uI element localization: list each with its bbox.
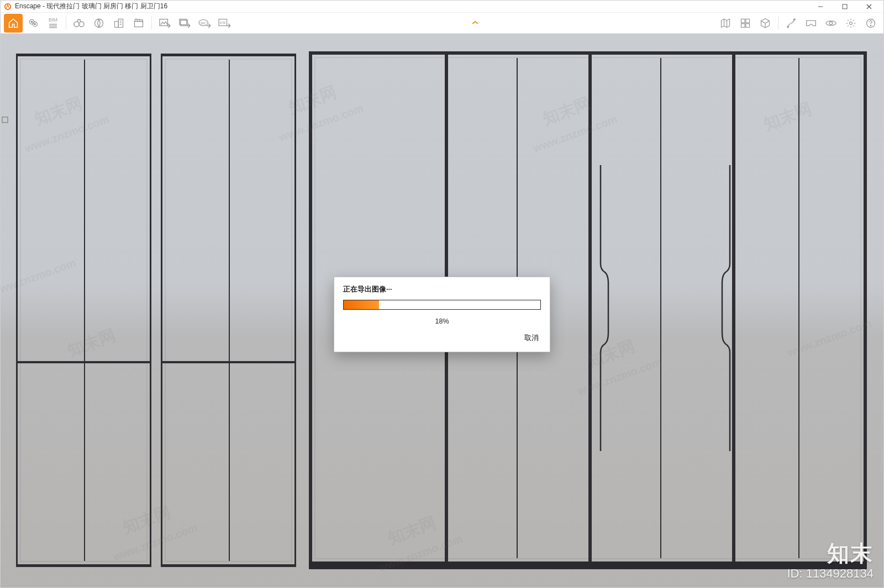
progress-bar-fill (344, 300, 379, 309)
toolbar-separator (778, 17, 778, 30)
vr-headset-button[interactable] (802, 14, 820, 33)
progress-percent-label: 18% (334, 314, 550, 333)
svg-point-41 (870, 25, 871, 25)
svg-rect-20 (135, 21, 143, 27)
compass-button[interactable] (90, 14, 108, 33)
svg-point-39 (850, 22, 853, 24)
window-controls (808, 1, 881, 13)
title-bar: Enscape - 现代推拉门 玻璃门 厨房门 移门 厨卫门16 (1, 1, 883, 13)
progress-bar (343, 300, 541, 310)
svg-rect-33 (746, 19, 750, 23)
svg-rect-32 (741, 19, 745, 23)
cube-view-button[interactable] (756, 14, 775, 33)
minimize-button[interactable] (808, 1, 833, 13)
clapperboard-button[interactable] (129, 14, 148, 33)
document-title: 现代推拉门 玻璃门 厨房门 移门 厨卫门16 (46, 2, 167, 10)
toolbar-separator (66, 17, 66, 30)
app-name: Enscape (15, 2, 41, 10)
collapse-toolbar-button[interactable] (466, 19, 485, 26)
svg-text:360°: 360° (201, 21, 207, 24)
door-handle-icon (721, 165, 731, 451)
export-exe-button[interactable]: EXE (215, 14, 234, 33)
export-progress-dialog: 正在导出图像··· 18% 取消 (334, 277, 550, 352)
toolbar-separator (151, 17, 152, 30)
svg-rect-16 (118, 19, 123, 27)
svg-point-14 (95, 19, 103, 27)
bim-menu-button[interactable]: BIM (44, 14, 62, 33)
svg-point-38 (829, 22, 833, 25)
svg-rect-15 (115, 21, 119, 27)
svg-rect-42 (2, 117, 8, 123)
export-360-button[interactable]: 360° (195, 14, 214, 33)
svg-point-36 (787, 26, 789, 27)
svg-rect-2 (843, 4, 847, 9)
asset-library-button[interactable] (736, 14, 755, 33)
door-panel (16, 54, 151, 567)
site-map-button[interactable] (716, 14, 735, 33)
main-toolbar: BIM 360° EXE (1, 13, 883, 34)
svg-point-7 (31, 21, 33, 23)
walk-path-button[interactable] (782, 14, 801, 33)
maximize-button[interactable] (833, 1, 857, 13)
eye-preview-button[interactable] (822, 14, 840, 33)
close-button[interactable] (857, 1, 881, 13)
svg-point-37 (794, 19, 796, 20)
enscape-logo-icon (4, 3, 12, 10)
svg-rect-35 (746, 23, 750, 27)
viewport[interactable]: 知末网 www.znzmo.com 知末网 www.znzmo.com 知末网 … (1, 34, 883, 587)
dialog-title: 正在导出图像··· (334, 277, 550, 300)
host-app-edge-icon (1, 116, 9, 139)
help-button[interactable] (861, 14, 880, 33)
settings-button[interactable] (841, 14, 860, 33)
export-image-button[interactable] (155, 14, 174, 33)
toolbar-spacer (235, 20, 715, 26)
export-batch-button[interactable] (175, 14, 194, 33)
cancel-button[interactable]: 取消 (524, 333, 539, 343)
svg-point-13 (79, 22, 84, 27)
map-pin-button[interactable] (24, 14, 43, 33)
svg-point-12 (74, 22, 79, 27)
svg-point-8 (34, 23, 36, 25)
bim-label: BIM (49, 18, 57, 23)
svg-rect-34 (741, 23, 745, 27)
door-panel (161, 54, 296, 567)
door-handle-icon (599, 165, 609, 451)
building-button[interactable] (109, 14, 128, 33)
app-window: Enscape - 现代推拉门 玻璃门 厨房门 移门 厨卫门16 BIM (0, 0, 884, 588)
binoculars-button[interactable] (70, 14, 88, 33)
svg-text:EXE: EXE (220, 20, 226, 24)
home-button[interactable] (4, 14, 23, 33)
window-title: Enscape - 现代推拉门 玻璃门 厨房门 移门 厨卫门16 (15, 2, 808, 11)
